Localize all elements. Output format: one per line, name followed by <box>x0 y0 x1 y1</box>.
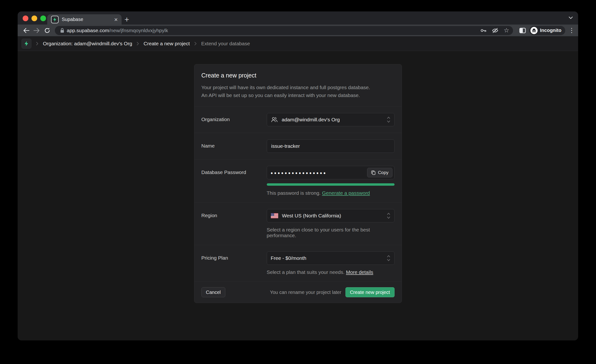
description-line-2: An API will be set up so you can easily … <box>201 91 395 99</box>
region-helper: Select a region close to your users for … <box>267 227 395 238</box>
copy-icon <box>371 170 376 175</box>
pricing-helper-text: Select a plan that suits your needs. <box>267 269 345 275</box>
zoom-window-button[interactable] <box>40 15 46 21</box>
project-name-input[interactable] <box>267 140 395 153</box>
copy-button-label: Copy <box>378 170 388 175</box>
name-section: Name <box>194 133 402 159</box>
browser-toolbar: app.supabase.com/new/jfnsmqoynldvxjyhpyl… <box>18 25 578 36</box>
description-line-1: Your project will have its own dedicated… <box>201 84 395 91</box>
breadcrumb-item-extend-database: Extend your database <box>201 41 250 46</box>
pricing-label: Pricing Plan <box>201 252 267 275</box>
pricing-section: Pricing Plan Free - $0/month Select a pl… <box>194 245 402 282</box>
breadcrumb-chevron-icon <box>36 41 39 46</box>
ssl-lock-icon[interactable] <box>60 28 64 33</box>
card-footer: Cancel You can rename your project later… <box>194 282 402 303</box>
pricing-value: Free - $0/month <box>271 255 387 261</box>
region-label: Region <box>201 209 267 238</box>
new-tab-button[interactable]: + <box>124 15 129 24</box>
region-section: Region West US (North California) Select… <box>194 202 402 245</box>
url-bar[interactable]: app.supabase.com/new/jfnsmqoynldvxjyhpyl… <box>55 26 513 35</box>
name-label: Name <box>201 140 267 153</box>
create-project-card: Create a new project Your project will h… <box>194 64 402 303</box>
organization-select[interactable]: adam@windmill.dev's Org <box>267 113 395 126</box>
select-chevrons-icon <box>387 212 390 219</box>
generate-password-link[interactable]: Generate a password <box>322 190 370 196</box>
url-text: app.supabase.com/new/jfnsmqoynldvxjyhpyl… <box>67 28 168 33</box>
password-helper: This password is strong. Generate a pass… <box>267 190 395 196</box>
tab-title: Supabase <box>62 17 114 22</box>
password-label: Database Password <box>201 166 267 196</box>
browser-menu-icon[interactable]: ⋮ <box>569 27 575 34</box>
pricing-select[interactable]: Free - $0/month <box>267 252 395 265</box>
incognito-badge[interactable]: Incognito <box>529 26 565 35</box>
tab-close-icon[interactable]: × <box>114 16 118 23</box>
password-key-icon[interactable] <box>480 28 487 33</box>
eye-off-icon[interactable] <box>492 28 499 33</box>
url-domain: app.supabase.com <box>67 28 109 33</box>
main-content: Create a new project Your project will h… <box>18 51 578 340</box>
bookmark-star-icon[interactable]: ☆ <box>504 27 509 34</box>
create-new-project-button[interactable]: Create new project <box>345 287 395 297</box>
page: Organization: adam@windmill.dev's Org Cr… <box>18 36 578 340</box>
pricing-helper: Select a plan that suits your needs. Mor… <box>267 269 395 275</box>
breadcrumb-chevron-icon <box>194 41 197 46</box>
reload-icon[interactable] <box>42 27 52 34</box>
minimize-window-button[interactable] <box>31 15 37 21</box>
breadcrumb-chevron-icon <box>136 41 139 46</box>
close-window-button[interactable] <box>23 15 28 21</box>
select-chevrons-icon <box>387 255 390 262</box>
browser-tab-supabase[interactable]: Supabase × <box>47 14 122 25</box>
region-select[interactable]: West US (North California) <box>267 209 395 223</box>
password-section: Database Password •••••••••••••••• Copy … <box>194 159 402 202</box>
supabase-logo-icon[interactable] <box>22 39 31 49</box>
app-header: Organization: adam@windmill.dev's Org Cr… <box>18 36 578 51</box>
page-description: Your project will have its own dedicated… <box>201 84 395 99</box>
region-value: West US (North California) <box>282 213 387 219</box>
incognito-icon <box>530 27 538 34</box>
supabase-favicon-icon <box>51 16 59 23</box>
password-strength-text: This password is strong. <box>267 190 321 196</box>
organization-value: adam@windmill.dev's Org <box>282 117 387 123</box>
forward-icon[interactable] <box>31 28 42 33</box>
tab-strip: Supabase × + <box>18 11 578 25</box>
browser-window: Supabase × + app.supabase.com/new/jfnsmq… <box>18 11 578 340</box>
organization-section: Organization adam@windmill.dev's Org <box>194 106 402 133</box>
window-controls <box>23 15 46 21</box>
side-panel-icon[interactable] <box>519 28 526 33</box>
rename-note: You can rename your project later <box>270 290 341 295</box>
more-details-link[interactable]: More details <box>346 269 373 275</box>
breadcrumb-item-create-project[interactable]: Create a new project <box>143 41 190 46</box>
incognito-label: Incognito <box>540 28 561 33</box>
users-icon <box>271 116 278 123</box>
url-path: /new/jfnsmqoynldvxjyhpylk <box>109 28 168 33</box>
tab-search-chevron-icon[interactable] <box>569 16 573 19</box>
page-title: Create a new project <box>201 72 395 79</box>
back-icon[interactable] <box>21 28 31 33</box>
select-chevrons-icon <box>387 116 390 123</box>
organization-label: Organization <box>201 113 267 126</box>
us-flag-icon <box>271 213 278 218</box>
password-strength-bar <box>267 183 395 186</box>
cancel-button[interactable]: Cancel <box>201 287 225 297</box>
breadcrumb-item-organization[interactable]: Organization: adam@windmill.dev's Org <box>43 41 132 46</box>
copy-password-button[interactable]: Copy <box>367 168 392 177</box>
password-masked-value[interactable]: •••••••••••••••• <box>271 169 367 177</box>
password-field[interactable]: •••••••••••••••• Copy <box>267 166 395 179</box>
card-header: Create a new project Your project will h… <box>194 64 402 106</box>
